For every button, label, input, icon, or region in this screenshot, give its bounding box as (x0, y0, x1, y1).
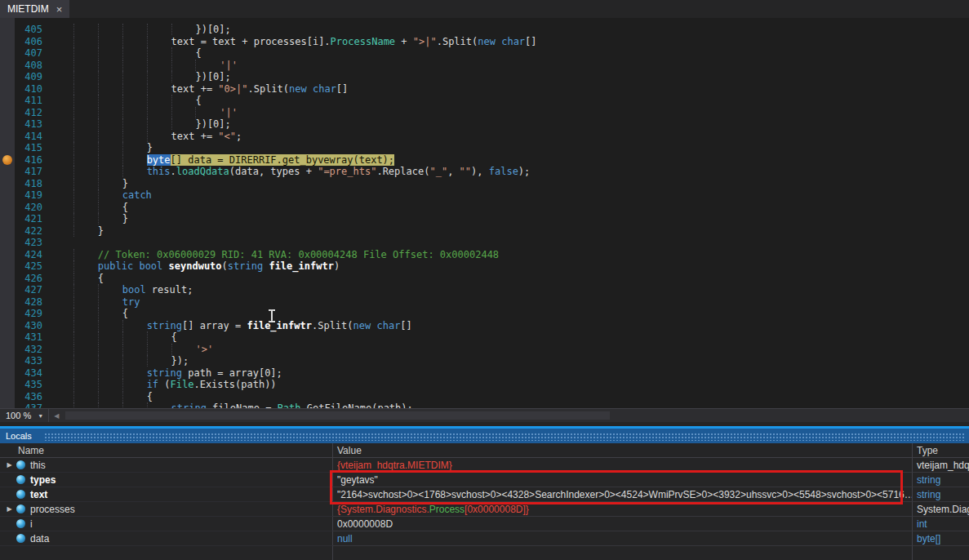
line-number: 425 (15, 260, 50, 273)
code-line[interactable]: 412 '|' (0, 107, 969, 119)
code-line[interactable]: 417 this.loadQdata(data, types + "=pre_h… (0, 166, 969, 178)
breakpoint-gutter[interactable] (0, 118, 15, 131)
expander-icon[interactable]: ▶ (4, 505, 15, 513)
expander-icon[interactable]: ▶ (4, 461, 15, 469)
horizontal-scrollbar[interactable] (62, 409, 969, 422)
breakpoint-gutter[interactable] (0, 308, 15, 320)
breakpoint-gutter[interactable] (0, 367, 15, 380)
code-line[interactable]: 413 })[0]; (0, 118, 969, 131)
breakpoint-gutter[interactable] (0, 379, 15, 391)
breakpoint-gutter[interactable] (0, 36, 15, 48)
breakpoint-gutter[interactable] (0, 166, 15, 178)
close-icon[interactable]: × (56, 4, 63, 15)
breakpoint-gutter[interactable] (0, 320, 15, 332)
code-line[interactable]: 411 { (0, 95, 969, 107)
breakpoint-gutter[interactable] (0, 249, 15, 261)
breakpoint-gutter[interactable] (0, 178, 15, 190)
locals-value-cell[interactable]: "2164>svchost>0><1768>svchost>0><4328>Se… (333, 487, 913, 502)
breakpoint-gutter[interactable] (0, 60, 15, 72)
breakpoint-gutter[interactable] (0, 402, 15, 408)
code-line[interactable]: 431 { (0, 331, 969, 344)
code-line[interactable]: 421 } (0, 213, 969, 225)
breakpoint-gutter[interactable] (0, 202, 15, 214)
breakpoint-gutter[interactable] (0, 225, 15, 238)
code-line[interactable]: 428 try (0, 296, 969, 309)
locals-value-cell[interactable]: 0x0000008D (333, 517, 913, 531)
code-line[interactable]: 409 })[0]; (0, 71, 969, 83)
breakpoint-gutter[interactable] (0, 296, 15, 309)
locals-row[interactable]: datanullbyte[] (0, 531, 969, 546)
breakpoint-gutter[interactable] (0, 131, 15, 143)
breakpoint-gutter[interactable] (0, 83, 15, 96)
locals-value-cell[interactable]: {vteijam_hdqtra.MIETDIM} (333, 458, 913, 473)
locals-title-bar[interactable]: Locals (0, 429, 969, 443)
breakpoint-gutter[interactable] (0, 71, 15, 83)
code-line[interactable]: 414 text += "<"; (0, 131, 969, 143)
column-header-type[interactable]: Type (913, 443, 969, 457)
breakpoint-gutter[interactable] (0, 355, 15, 367)
code-line[interactable]: 422 } (0, 225, 969, 238)
locals-value-cell[interactable]: "geytavs" (333, 473, 913, 487)
code-line[interactable]: 416 byte[] data = DIRERRIF.get_byvewray(… (0, 154, 969, 167)
zoom-level-select[interactable]: 100 % ▼ (0, 409, 49, 422)
code-line[interactable]: 434 string path = array[0]; (0, 367, 969, 380)
breakpoint-gutter[interactable] (0, 154, 15, 167)
scrollbar-thumb[interactable] (65, 411, 609, 420)
code-line[interactable]: 437 string fileName = Path.GetFileName(p… (0, 402, 969, 408)
breakpoint-gutter[interactable] (0, 331, 15, 344)
locals-name-cell[interactable]: ▶processes (0, 502, 333, 517)
code-line[interactable]: 424 // Token: 0x06000029 RID: 41 RVA: 0x… (0, 249, 969, 261)
code-line[interactable]: 407 { (0, 47, 969, 60)
code-line[interactable]: 418 } (0, 178, 969, 190)
breakpoint-gutter[interactable] (0, 273, 15, 285)
code-line[interactable]: 425 public bool seyndwuto(string file_in… (0, 260, 969, 273)
code-line[interactable]: 436 { (0, 391, 969, 403)
breakpoint-gutter[interactable] (0, 142, 15, 154)
breakpoint-gutter[interactable] (0, 189, 15, 202)
column-header-name[interactable]: Name (0, 443, 333, 457)
code-line[interactable]: 430 string[] array = file_infwtr.Split(n… (0, 320, 969, 332)
column-header-value[interactable]: Value (333, 443, 913, 457)
breakpoint-gutter[interactable] (0, 24, 15, 36)
locals-name-cell[interactable]: data (0, 531, 333, 546)
locals-name-cell[interactable]: i (0, 517, 333, 531)
locals-row[interactable]: i0x0000008Dint (0, 517, 969, 531)
breakpoint-gutter[interactable] (0, 260, 15, 273)
locals-row[interactable]: text"2164>svchost>0><1768>svchost>0><432… (0, 487, 969, 502)
breakpoint-gutter[interactable] (0, 237, 15, 249)
locals-name-cell[interactable]: types (0, 473, 333, 487)
breakpoint-icon[interactable] (2, 155, 12, 165)
breakpoint-gutter[interactable] (0, 213, 15, 225)
breakpoint-gutter[interactable] (0, 107, 15, 119)
code-line[interactable]: 432 '>' (0, 344, 969, 356)
code-line[interactable]: 410 text += "0>|".Split(new char[] (0, 83, 969, 96)
breakpoint-gutter[interactable] (0, 284, 15, 296)
locals-row[interactable]: ▶this{vteijam_hdqtra.MIETDIM}vteijam_hdq… (0, 458, 969, 473)
breakpoint-gutter[interactable] (0, 95, 15, 107)
code-line[interactable]: 427 bool result; (0, 284, 969, 296)
code-line[interactable]: 415 } (0, 142, 969, 154)
code-line[interactable]: 433 }); (0, 355, 969, 367)
locals-name-cell[interactable]: ▶this (0, 458, 333, 473)
locals-name-cell[interactable]: text (0, 487, 333, 502)
code-line[interactable]: 408 '|' (0, 60, 969, 72)
tab-mietdim[interactable]: MIETDIM × (0, 0, 69, 18)
code-line[interactable]: 419 catch (0, 189, 969, 202)
locals-value-cell[interactable]: null (333, 531, 913, 546)
code-line[interactable]: 420 { (0, 202, 969, 214)
code-line[interactable]: 405 })[0]; (0, 24, 969, 36)
breakpoint-gutter[interactable] (0, 47, 15, 60)
code-text: text += "0>|".Split(new char[] (50, 83, 348, 96)
locals-row[interactable]: ▶processes{System.Diagnostics.Process[0x… (0, 502, 969, 517)
scroll-left-icon[interactable]: ◀ (54, 412, 59, 420)
breakpoint-gutter[interactable] (0, 344, 15, 356)
code-line[interactable]: 435 if (File.Exists(path)) (0, 379, 969, 391)
locals-row[interactable]: types"geytavs"string (0, 473, 969, 487)
code-line[interactable]: 429 { (0, 308, 969, 320)
breakpoint-gutter[interactable] (0, 391, 15, 403)
code-line[interactable]: 406 text = text + processes[i].ProcessNa… (0, 36, 969, 48)
code-line[interactable]: 426 { (0, 273, 969, 285)
code-line[interactable]: 423 (0, 237, 969, 249)
locals-value-cell[interactable]: {System.Diagnostics.Process[0x0000008D]} (333, 502, 913, 517)
code-editor[interactable]: 405 })[0];406 text = text + processes[i]… (0, 18, 969, 408)
